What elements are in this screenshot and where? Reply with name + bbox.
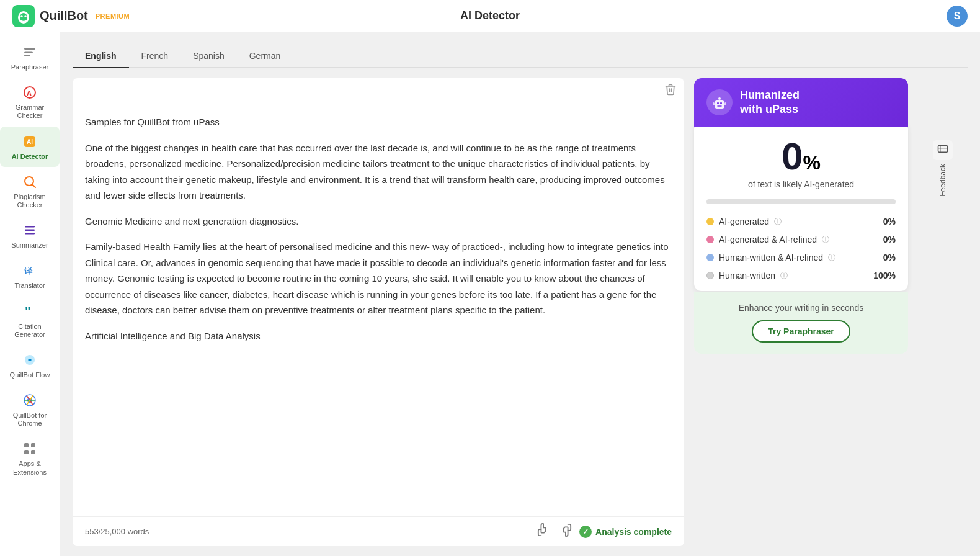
user-avatar[interactable]: S: [947, 6, 968, 27]
svg-rect-5: [24, 48, 35, 50]
upass-text-2: with: [740, 103, 762, 115]
score-progress-bar: [706, 199, 896, 204]
topbar: QuillBot PREMIUM AI Detector S: [0, 0, 980, 32]
svg-rect-28: [31, 450, 35, 454]
analysis-status-text: Analysis complete: [595, 527, 672, 537]
breakdown-pct-ai-generated: 0%: [883, 217, 896, 226]
svg-text:A: A: [27, 89, 32, 97]
score-card: 0% of text is likely AI-generated AI-gen…: [694, 122, 908, 291]
upass-robot-icon: [706, 89, 733, 115]
analysis-check-icon: ✓: [579, 526, 592, 538]
content-area: English French Spanish German Samples fo…: [60, 32, 980, 556]
logo-text: QuillBot: [40, 9, 88, 23]
sidebar-item-quillbot-chrome[interactable]: QuillBot for Chrome: [0, 385, 60, 434]
breakdown-label-ai-generated: AI-generated: [719, 217, 769, 226]
translator-icon: 译: [21, 262, 38, 279]
enhance-card: Enhance your writing in seconds Try Para…: [694, 292, 908, 354]
svg-rect-25: [24, 443, 29, 447]
sidebar-item-grammar-checker[interactable]: A Grammar Checker: [0, 78, 60, 126]
info-icon-ai-generated[interactable]: ⓘ: [774, 217, 782, 227]
breakdown-left-ai-generated: AI-generated ⓘ: [706, 217, 782, 227]
breakdown-row-human-ai-refined: Human-written & AI-refined ⓘ 0%: [706, 253, 896, 263]
feedback-icon[interactable]: [933, 140, 953, 160]
upass-banner[interactable]: Humanized with uPass: [694, 78, 908, 127]
breakdown-left-ai-refined: AI-generated & AI-refined ⓘ: [706, 235, 829, 245]
sidebar: Paraphraser A Grammar Checker AI AI Dete…: [0, 32, 60, 556]
upass-text: Humanized with uPass: [740, 88, 800, 117]
svg-rect-14: [25, 226, 35, 228]
tab-french[interactable]: French: [129, 45, 181, 68]
breakdown-label-ai-refined: AI-generated & AI-refined: [719, 235, 817, 244]
tab-german[interactable]: German: [237, 45, 293, 68]
sidebar-item-chrome-label: QuillBot for Chrome: [5, 411, 55, 428]
sidebar-item-summarizer[interactable]: Summarizer: [0, 215, 60, 256]
info-icon-human-ai-refined[interactable]: ⓘ: [828, 253, 835, 263]
editor-title-line: Samples for QuillBot from uPass: [85, 114, 672, 130]
sidebar-item-paraphraser-label: Paraphraser: [11, 63, 49, 71]
try-paraphraser-button[interactable]: Try Paraphraser: [752, 320, 850, 343]
sidebar-item-summarizer-label: Summarizer: [11, 241, 48, 249]
breakdown-row-human-written: Human-written ⓘ 100%: [706, 271, 896, 281]
svg-rect-35: [938, 146, 948, 153]
sidebar-item-quillbot-flow[interactable]: QuillBot Flow: [0, 345, 60, 385]
breakdown-left-human-ai-refined: Human-written & AI-refined ⓘ: [706, 253, 835, 263]
editor-paragraph-3: Artificial Intelligence and Big Data Ana…: [85, 328, 672, 344]
plagiarism-checker-icon: [21, 173, 38, 191]
thumbs-down-button[interactable]: [558, 523, 572, 540]
svg-point-4: [24, 15, 27, 17]
editor-paragraph-1: Genomic Medicine and next generation dia…: [85, 213, 672, 230]
sidebar-item-paraphraser[interactable]: Paraphraser: [0, 37, 60, 78]
sidebar-item-quillbot-flow-label: QuillBot Flow: [10, 371, 50, 379]
editor-footer: 553/25,000 words ✓ Analysis complete: [73, 516, 684, 546]
svg-line-13: [33, 184, 36, 187]
sidebar-item-translator[interactable]: 译 Translator: [0, 256, 60, 296]
breakdown-label-human-written: Human-written: [719, 271, 775, 280]
sidebar-item-translator-label: Translator: [14, 282, 45, 290]
sidebar-item-apps-extensions[interactable]: Apps & Extensions: [0, 434, 60, 482]
main-layout: Paraphraser A Grammar Checker AI AI Dete…: [0, 32, 980, 556]
sidebar-item-plagiarism-checker[interactable]: Plagiarism Checker: [0, 167, 60, 215]
sidebar-item-ai-detector[interactable]: AI AI Detector: [0, 127, 60, 167]
quillbot-chrome-icon: [21, 392, 38, 409]
sidebar-item-ai-detector-label: AI Detector: [12, 153, 48, 161]
info-icon-ai-refined[interactable]: ⓘ: [822, 235, 829, 245]
breakdown-row-ai-generated: AI-generated ⓘ 0%: [706, 217, 896, 227]
thumbs-up-button[interactable]: [537, 523, 551, 540]
svg-rect-34: [724, 102, 726, 105]
clear-text-button[interactable]: [664, 83, 677, 99]
breakdown-pct-human-written: 100%: [873, 271, 896, 280]
sidebar-item-citation-label: Citation Generator: [5, 323, 55, 339]
feedback-label: Feedback: [938, 164, 947, 197]
score-breakdown: AI-generated ⓘ 0% AI-generated & AI-refi…: [706, 217, 896, 281]
feedback-column: Feedback: [918, 78, 968, 546]
svg-rect-33: [713, 102, 715, 105]
editor-toolbar: [73, 78, 684, 104]
word-count: 553/25,000 words: [85, 527, 149, 536]
breakdown-label-human-ai-refined: Human-written & AI-refined: [719, 253, 823, 262]
quillbot-flow-icon: [21, 351, 38, 369]
svg-rect-31: [720, 102, 722, 104]
premium-badge: PREMIUM: [96, 12, 130, 20]
apps-extensions-icon: [21, 440, 38, 457]
breakdown-pct-ai-refined: 0%: [883, 235, 896, 244]
page-title: AI Detector: [460, 9, 520, 22]
ai-detector-icon: AI: [21, 133, 38, 150]
tab-spanish[interactable]: Spanish: [180, 45, 237, 68]
svg-rect-7: [24, 55, 30, 56]
svg-rect-6: [24, 52, 33, 53]
breakdown-row-ai-refined: AI-generated & AI-refined ⓘ 0%: [706, 235, 896, 245]
breakdown-pct-human-ai-refined: 0%: [883, 253, 896, 262]
analysis-status: ✓ Analysis complete: [579, 526, 672, 538]
info-icon-human-written[interactable]: ⓘ: [780, 271, 788, 281]
paraphraser-icon: [21, 43, 38, 61]
tab-english[interactable]: English: [73, 45, 129, 68]
svg-rect-26: [31, 443, 35, 447]
sidebar-item-grammar-label: Grammar Checker: [5, 104, 55, 120]
sidebar-item-citation-generator[interactable]: " Citation Generator: [0, 297, 60, 345]
svg-text:": ": [25, 304, 30, 318]
dot-ai-refined: [706, 236, 714, 243]
svg-text:AI: AI: [27, 138, 33, 145]
score-label: of text is likely AI-generated: [706, 179, 896, 189]
dot-ai-generated: [706, 218, 714, 225]
editor-content[interactable]: Samples for QuillBot from uPass One of t…: [73, 104, 684, 516]
